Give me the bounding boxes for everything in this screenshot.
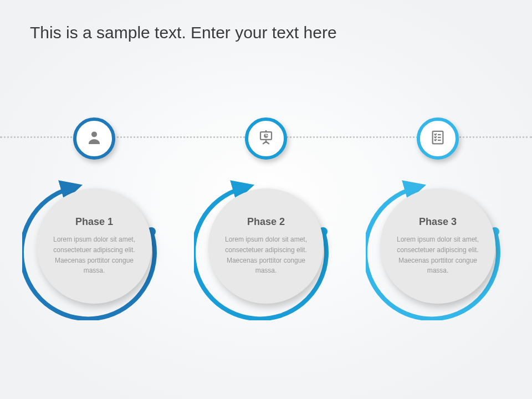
phase-2-disc: Phase 2 Lorem ipsum dolor sit amet, cons… — [208, 188, 324, 304]
phase-3: Phase 3 Lorem ipsum dolor sit amet, cons… — [360, 111, 515, 349]
svg-point-0 — [91, 131, 97, 137]
phase-3-disc: Phase 3 Lorem ipsum dolor sit amet, cons… — [380, 188, 495, 304]
phases-row: Phase 1 Lorem ipsum dolor sit amet, cons… — [0, 111, 532, 349]
phase-2-icon-ring — [245, 117, 287, 160]
phase-2-title: Phase 2 — [247, 216, 285, 228]
svg-point-4 — [265, 130, 267, 132]
phase-1-title: Phase 1 — [75, 216, 113, 228]
phase-1: Phase 1 Lorem ipsum dolor sit amet, cons… — [17, 111, 172, 349]
phase-1-disc: Phase 1 Lorem ipsum dolor sit amet, cons… — [37, 188, 152, 304]
phase-3-icon-ring — [417, 117, 459, 160]
phase-3-body: Lorem ipsum dolor sit amet, consectetuer… — [395, 234, 481, 275]
phase-3-title: Phase 3 — [419, 216, 457, 228]
person-icon — [86, 129, 103, 148]
checklist-icon — [429, 129, 446, 148]
slide-title: This is a sample text. Enter your text h… — [30, 23, 337, 42]
phase-2-body: Lorem ipsum dolor sit amet, consectetuer… — [223, 234, 309, 275]
phase-2: Phase 2 Lorem ipsum dolor sit amet, cons… — [188, 111, 344, 349]
phase-1-body: Lorem ipsum dolor sit amet, consectetuer… — [51, 234, 137, 275]
phase-1-icon-ring — [73, 117, 115, 160]
presentation-chart-icon — [258, 129, 274, 148]
